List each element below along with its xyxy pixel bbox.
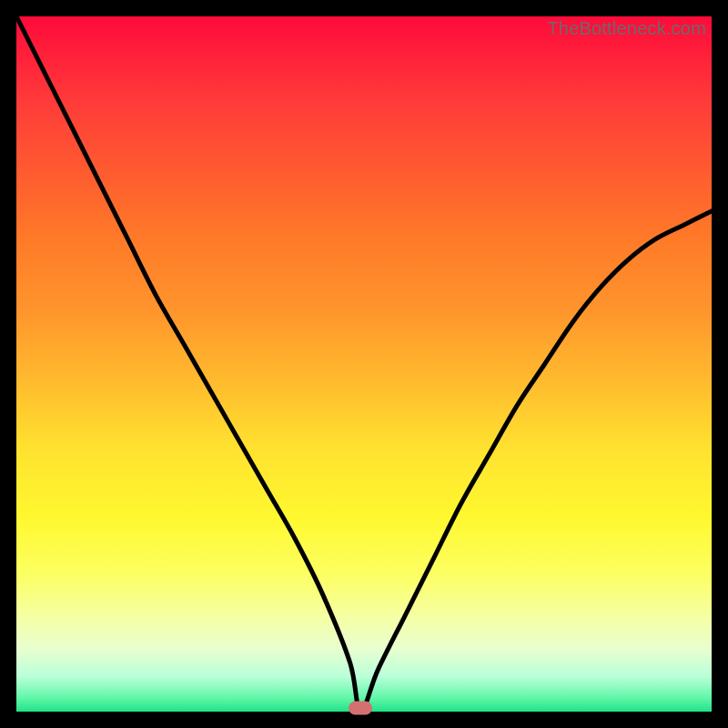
bottleneck-curve (16, 16, 712, 712)
chart-frame: TheBottleneck.com (16, 16, 712, 712)
minimum-marker (349, 702, 372, 715)
watermark-text: TheBottleneck.com (547, 18, 706, 39)
plot-area (16, 16, 712, 712)
